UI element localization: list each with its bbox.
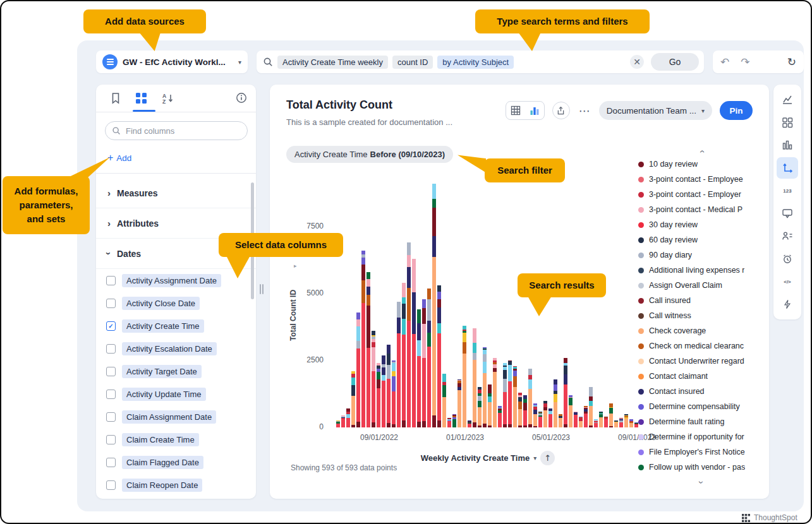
column-checkbox[interactable]: ✓ <box>106 321 116 331</box>
bar-week-41[interactable] <box>543 401 547 427</box>
bar-week-16[interactable] <box>417 309 421 427</box>
bar-week-21[interactable] <box>442 374 446 427</box>
column-item[interactable]: Activity Close Date <box>96 292 256 314</box>
column-checkbox[interactable] <box>106 480 116 490</box>
columns-grid-tab-icon[interactable] <box>135 92 147 107</box>
search-token[interactable]: by Activity Subject <box>437 56 514 69</box>
bookmark-tab-icon[interactable] <box>110 92 121 107</box>
bar-week-48[interactable] <box>579 417 583 427</box>
legend-item[interactable]: Assign Overall Claim <box>638 278 765 293</box>
bar-week-15[interactable] <box>412 259 416 427</box>
panel-resize-handle[interactable] <box>260 284 265 294</box>
column-checkbox[interactable] <box>106 367 116 376</box>
bar-week-20[interactable] <box>437 285 441 427</box>
bar-week-3[interactable] <box>351 371 355 427</box>
clear-search-icon[interactable]: ✕ <box>630 55 644 69</box>
bar-week-34[interactable] <box>508 360 512 427</box>
schedule-alert-icon[interactable] <box>777 248 798 270</box>
bar-week-2[interactable] <box>346 408 350 427</box>
bar-week-10[interactable] <box>387 345 391 427</box>
bar-week-22[interactable] <box>447 418 451 427</box>
legend-item[interactable]: Contact Underwriter regard <box>638 354 765 369</box>
bar-week-53[interactable] <box>604 417 608 427</box>
bar-week-44[interactable] <box>559 414 562 427</box>
bar-week-43[interactable] <box>554 379 557 427</box>
legend-item[interactable]: 3-point contact - Employer <box>638 187 765 202</box>
share-icon[interactable] <box>552 102 570 119</box>
bar-week-49[interactable] <box>584 406 588 427</box>
column-item[interactable]: Activity Update Time <box>96 383 256 405</box>
legend-item[interactable]: Call insured <box>638 293 765 308</box>
axis-sort-icon[interactable]: ↑ <box>540 451 555 465</box>
bar-week-52[interactable] <box>599 412 603 427</box>
legend-item[interactable]: Determine compensability <box>638 399 765 414</box>
bar-week-38[interactable] <box>528 369 532 427</box>
pin-button[interactable]: Pin <box>720 101 753 120</box>
column-item[interactable]: Claim Reopen Date <box>96 473 256 496</box>
section-measures[interactable]: › Measures <box>96 178 256 208</box>
bar-week-24[interactable] <box>458 379 461 427</box>
bar-week-13[interactable] <box>402 283 406 427</box>
find-columns-input[interactable] <box>124 126 226 136</box>
insights-icon[interactable] <box>777 89 798 110</box>
number-format-icon[interactable]: 123 <box>777 180 798 201</box>
legend-item[interactable]: Call witness <box>638 308 765 323</box>
change-visualization-icon[interactable] <box>777 112 798 133</box>
bar-week-8[interactable] <box>377 363 380 427</box>
bar-week-28[interactable] <box>478 387 482 427</box>
y-axis-expand-arrow[interactable]: ▸ <box>294 263 297 269</box>
bar-week-37[interactable] <box>523 395 527 427</box>
legend-item[interactable]: Check coverage <box>638 323 765 338</box>
column-item[interactable]: Activity Escalation Date <box>96 337 256 360</box>
chevron-right-icon[interactable]: › <box>107 188 111 198</box>
legend-item[interactable]: 10 day review <box>638 157 765 172</box>
bar-week-7[interactable] <box>372 331 375 427</box>
bar-week-36[interactable] <box>518 393 522 427</box>
bar-week-17[interactable] <box>422 299 426 427</box>
legend-item[interactable]: Contact insured <box>638 384 765 399</box>
bar-week-51[interactable] <box>594 419 598 427</box>
bar-week-55[interactable] <box>614 420 618 427</box>
legend-item[interactable]: 60 day review <box>638 232 765 247</box>
bar-week-40[interactable] <box>538 412 542 427</box>
bar-week-31[interactable] <box>493 358 497 427</box>
bar-week-29[interactable] <box>483 347 487 427</box>
chart-view-icon[interactable] <box>525 102 544 119</box>
bar-week-47[interactable] <box>574 412 578 427</box>
search-token[interactable]: Activity Create Time weekly <box>277 56 388 69</box>
legend-item[interactable]: Determine fault rating <box>638 414 765 429</box>
search-token[interactable]: count ID <box>392 56 433 69</box>
bar-week-56[interactable] <box>619 418 623 427</box>
table-view-icon[interactable] <box>506 102 525 119</box>
bar-week-25[interactable] <box>463 326 466 427</box>
column-checkbox[interactable] <box>106 435 116 444</box>
column-item[interactable]: Claim Flagged Date <box>96 451 256 473</box>
legend-item[interactable]: 3-point contact - Medical P <box>638 202 765 217</box>
legend-item[interactable]: Contact claimant <box>638 369 765 384</box>
column-checkbox[interactable] <box>106 344 116 354</box>
bar-week-1[interactable] <box>341 415 345 427</box>
column-item[interactable]: Claim Create Time <box>96 428 256 451</box>
legend-item[interactable]: Follow up with vendor - pas <box>638 460 765 475</box>
column-checkbox[interactable] <box>106 276 116 285</box>
column-item[interactable]: Activity Assignment Date <box>96 269 256 292</box>
bar-week-12[interactable] <box>397 302 401 427</box>
bar-week-27[interactable] <box>473 328 476 427</box>
legend-item[interactable]: File Employer's First Notice <box>638 444 765 460</box>
bar-week-42[interactable] <box>548 408 552 427</box>
column-checkbox[interactable] <box>106 458 116 467</box>
legend-item[interactable]: 90 day diary <box>638 247 765 263</box>
bar-week-46[interactable] <box>569 395 573 427</box>
bar-week-58[interactable] <box>629 419 633 427</box>
column-checkbox[interactable] <box>106 390 116 399</box>
legend-scroll-down-icon[interactable]: › <box>696 481 706 484</box>
spark-ai-icon[interactable] <box>777 294 798 315</box>
bar-week-0[interactable] <box>336 420 340 427</box>
legend-item[interactable]: Determine if opportunity for <box>638 429 765 444</box>
legend-item[interactable]: 3-point contact - Employee <box>638 172 765 187</box>
bar-week-32[interactable] <box>498 406 502 427</box>
columns-config-icon[interactable] <box>777 134 798 156</box>
more-options-icon[interactable]: ⋯ <box>578 104 591 117</box>
column-item[interactable]: Activity Target Date <box>96 360 256 383</box>
legend-item[interactable]: 30 day review <box>638 217 765 232</box>
